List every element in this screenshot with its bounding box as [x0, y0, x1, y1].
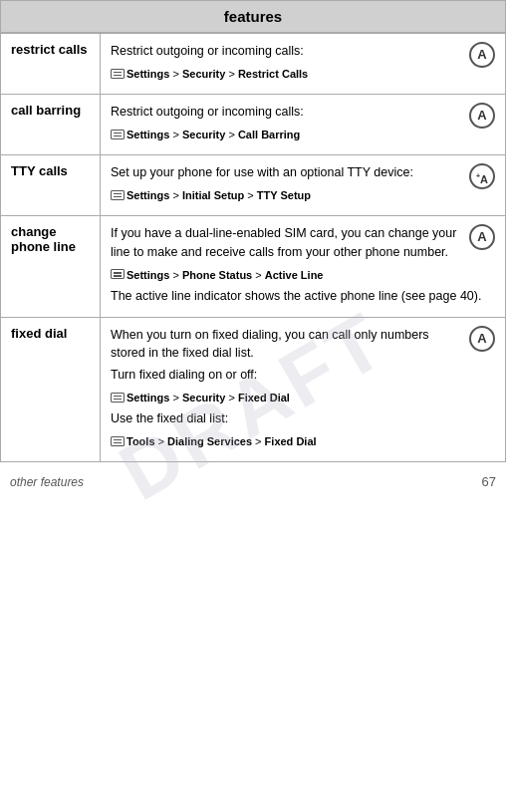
- nav-segment: Security: [182, 129, 225, 140]
- feature-name-change-phone-line: change phone line: [1, 216, 101, 318]
- nav-prefix-1: Use the fixed dial list:: [111, 409, 495, 428]
- table-header: features: [1, 1, 506, 34]
- footer-left: other features: [10, 475, 84, 489]
- table-row-tty-calls: TTY calls+ASet up your phone for use wit…: [1, 155, 506, 216]
- menu-icon: [111, 130, 125, 139]
- feature-icon-fixed-dial: A: [469, 326, 495, 352]
- nav-segment: Settings: [126, 269, 169, 281]
- nav-line: Tools > Dialing Services > Fixed Dial: [111, 433, 495, 450]
- desc-text-restrict-calls: Restrict outgoing or incoming calls:: [111, 42, 495, 61]
- tty-icon: +A: [469, 163, 495, 189]
- feature-icon-change-phone-line: A: [469, 224, 495, 250]
- nav-segment: Fixed Dial: [238, 392, 290, 404]
- features-table: features restrict callsARestrict outgoin…: [0, 0, 506, 462]
- footer-right: 67: [482, 474, 496, 489]
- table-row-call-barring: call barringARestrict outgoing or incomi…: [1, 95, 506, 155]
- feature-icon-restrict-calls: A: [469, 42, 495, 68]
- footer: other features 67: [0, 462, 506, 497]
- feature-desc-call-barring: ARestrict outgoing or incoming calls:Set…: [101, 95, 506, 155]
- nav-segment: Restrict Calls: [238, 68, 308, 80]
- menu-icon: [111, 393, 125, 403]
- nav-segment: Fixed Dial: [265, 435, 317, 447]
- nav-line: Settings > Initial Setup > TTY Setup: [111, 187, 495, 204]
- nav-segment: Call Barring: [238, 129, 300, 140]
- feature-name-fixed-dial: fixed dial: [1, 317, 101, 462]
- page-wrapper: DRAFT features restrict callsARestrict o…: [0, 0, 506, 497]
- nav-arrow: >: [169, 68, 182, 80]
- table-row-change-phone-line: change phone lineAIf you have a dual-lin…: [1, 216, 506, 318]
- feature-desc-fixed-dial: AWhen you turn on fixed dialing, you can…: [101, 317, 506, 462]
- nav-line: Settings > Security > Restrict Calls: [111, 66, 495, 83]
- nav-segment: Initial Setup: [182, 189, 244, 201]
- feature-name-restrict-calls: restrict calls: [1, 33, 101, 95]
- nav-segment: TTY Setup: [257, 189, 311, 201]
- nav-arrow: >: [244, 189, 257, 201]
- table-row-restrict-calls: restrict callsARestrict outgoing or inco…: [1, 33, 506, 95]
- feature-desc-restrict-calls: ARestrict outgoing or incoming calls:Set…: [101, 33, 506, 95]
- nav-arrow: >: [252, 269, 265, 281]
- nav-line: Settings > Security > Fixed Dial: [111, 390, 495, 406]
- feature-name-call-barring: call barring: [1, 95, 101, 155]
- nav-segment: Security: [182, 68, 225, 80]
- nav-segment: Dialing Services: [167, 435, 252, 447]
- nav-line: Settings > Phone Status > Active Line: [111, 267, 495, 284]
- nav-arrow: >: [155, 435, 168, 447]
- nav-prefix-0: Turn fixed dialing on or off:: [111, 366, 495, 385]
- nav-segment: Settings: [126, 129, 169, 140]
- menu-icon: [111, 436, 125, 446]
- table-row-fixed-dial: fixed dialAWhen you turn on fixed dialin…: [1, 317, 506, 462]
- nav-line: Settings > Security > Call Barring: [111, 127, 495, 143]
- nav-arrow: >: [169, 129, 182, 140]
- feature-desc-tty-calls: +ASet up your phone for use with an opti…: [101, 155, 506, 216]
- menu-icon: [111, 190, 125, 200]
- desc-text-call-barring: Restrict outgoing or incoming calls:: [111, 103, 495, 122]
- nav-arrow: >: [225, 68, 238, 80]
- nav-segment: Security: [182, 392, 225, 404]
- nav-segment: Settings: [126, 189, 169, 201]
- nav-segment: Phone Status: [182, 269, 252, 281]
- desc-text-fixed-dial: When you turn on fixed dialing, you can …: [111, 326, 495, 364]
- nav-segment: Tools: [126, 435, 155, 447]
- nav-segment: Settings: [126, 68, 169, 80]
- feature-desc-change-phone-line: AIf you have a dual-line-enabled SIM car…: [101, 216, 506, 318]
- nav-arrow: >: [252, 435, 265, 447]
- nav-segment: Settings: [126, 392, 169, 404]
- menu-icon: [111, 269, 125, 279]
- nav-arrow: >: [169, 189, 182, 201]
- nav-arrow: >: [225, 129, 238, 140]
- nav-arrow: >: [225, 392, 238, 404]
- feature-icon-call-barring: A: [469, 103, 495, 129]
- extra-text-change-phone-line: The active line indicator shows the acti…: [111, 287, 495, 306]
- desc-text-tty-calls: Set up your phone for use with an option…: [111, 163, 495, 182]
- feature-name-tty-calls: TTY calls: [1, 155, 101, 216]
- desc-text-change-phone-line: If you have a dual-line-enabled SIM card…: [111, 224, 495, 262]
- nav-arrow: >: [169, 269, 182, 281]
- nav-arrow: >: [169, 392, 182, 404]
- nav-segment: Active Line: [265, 269, 324, 281]
- menu-icon: [111, 69, 125, 79]
